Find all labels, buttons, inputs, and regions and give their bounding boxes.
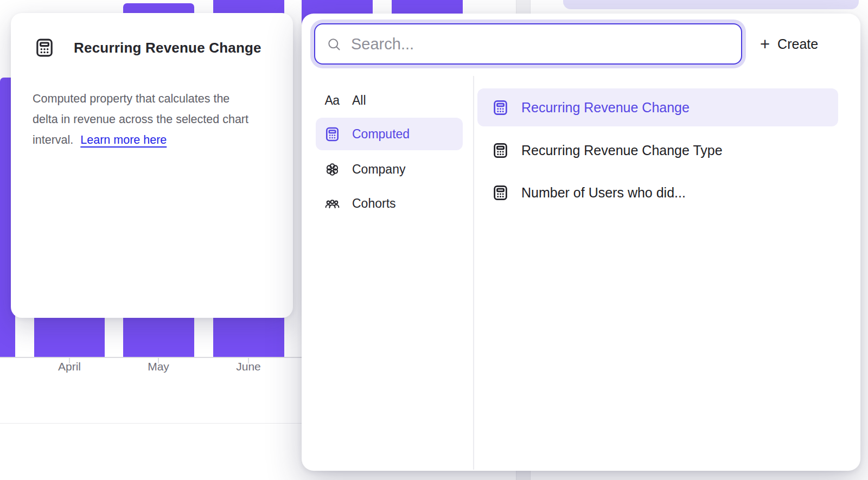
create-button[interactable]: + Create (760, 30, 818, 58)
description-line: interval.Learn more here (33, 130, 282, 150)
plus-icon: + (760, 36, 770, 53)
property-definition-title: Recurring Revenue Change (74, 40, 261, 56)
screen: AprilMayJune Recurring Revenue Change (0, 0, 868, 480)
property-picker-panel: + Create Aa All (302, 14, 860, 471)
result-item[interactable]: Recurring Revenue Change (477, 88, 838, 126)
property-definition-card: Recurring Revenue Change Computed proper… (11, 13, 293, 318)
calculator-icon (323, 125, 341, 143)
month-label: May (120, 360, 196, 373)
panel-divider (473, 76, 474, 470)
calculator-icon (492, 99, 509, 117)
text-format-icon: Aa (323, 91, 341, 110)
calculator-icon (492, 184, 509, 202)
property-definition-description: Computed property that calculates the de… (33, 88, 282, 150)
learn-more-link[interactable]: Learn more here (80, 133, 167, 146)
description-line: Computed property that calculates the (33, 88, 282, 109)
cohorts-people-icon (323, 194, 341, 213)
description-line: delta in revenue across the selected cha… (33, 109, 282, 130)
company-cluster-icon (323, 160, 341, 178)
category-item-cohorts[interactable]: Cohorts (316, 187, 463, 220)
category-item-all[interactable]: Aa All (316, 84, 463, 117)
month-label: June (210, 360, 286, 373)
result-item[interactable]: Recurring Revenue Change Type (477, 131, 838, 169)
search-input[interactable] (314, 23, 742, 65)
result-item[interactable]: Number of Users who did... (477, 174, 838, 212)
property-chip[interactable] (563, 0, 859, 9)
category-item-computed[interactable]: Computed (316, 118, 463, 150)
calculator-icon (492, 142, 509, 159)
category-item-company[interactable]: Company (316, 153, 463, 185)
month-label: April (31, 360, 107, 373)
calculator-icon (34, 37, 55, 59)
